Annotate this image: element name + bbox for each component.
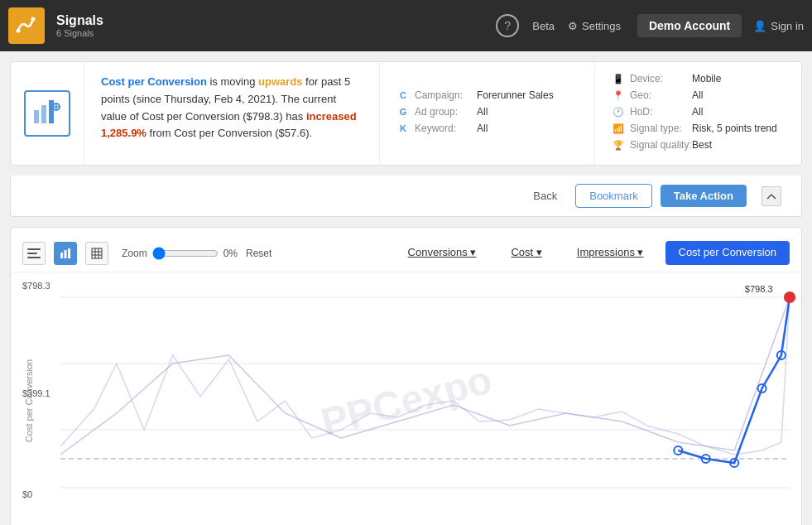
device-label: Device: <box>630 73 692 84</box>
svg-point-26 <box>784 291 795 303</box>
geo-label: Geo: <box>630 89 692 101</box>
svg-text:$798.3: $798.3 <box>745 284 773 294</box>
signin-button[interactable]: 👤 Sign in <box>753 20 804 32</box>
adgroup-row: G Ad group: All <box>396 105 578 118</box>
svg-rect-11 <box>92 248 102 258</box>
signal-direction-prefix: is moving <box>209 75 258 88</box>
device-row: 📱 Device: Mobile <box>612 72 785 85</box>
campaign-value: Forerunner Sales <box>477 89 554 101</box>
geo-row: 📍 Geo: All <box>612 89 785 102</box>
signal-meta-col1: C Campaign: Forerunner Sales G Ad group:… <box>379 62 594 165</box>
adgroup-icon: G <box>396 105 410 118</box>
settings-label: Settings <box>582 20 621 32</box>
keyword-icon: K <box>396 122 410 135</box>
app-title-block: Signals 6 Signals <box>56 13 103 38</box>
beta-badge: Beta <box>532 20 555 32</box>
svg-rect-2 <box>34 110 39 123</box>
geo-icon: 📍 <box>612 89 625 102</box>
signal-chart-icon <box>32 99 62 128</box>
collapse-button[interactable] <box>762 186 781 206</box>
user-icon: 👤 <box>753 20 766 32</box>
signal-icon-box <box>24 90 70 137</box>
action-bar: Back Bookmark Take Action <box>10 176 802 217</box>
y-min-label: $0 <box>22 489 32 499</box>
signal-description: Cost per Conversion is moving upwards fo… <box>84 62 379 165</box>
signal-type-icon: 📶 <box>612 122 625 135</box>
app-logo <box>8 7 45 44</box>
svg-rect-9 <box>65 250 67 258</box>
signal-period-text: for <box>305 75 321 88</box>
signal-from-text: from Cost per Conversion ($57.6). <box>150 127 313 139</box>
svg-point-1 <box>31 17 36 22</box>
geo-value: All <box>692 89 703 101</box>
table-button[interactable] <box>85 242 108 265</box>
hod-row: 🕐 HoD: All <box>612 105 785 118</box>
keyword-row: K Keyword: All <box>396 122 578 135</box>
tab-conversions[interactable]: Conversions ▾ <box>395 241 490 265</box>
device-value: Mobile <box>692 73 721 84</box>
settings-icon: ⚙ <box>568 20 578 32</box>
signin-label: Sign in <box>771 20 804 32</box>
signal-type-row: 📶 Signal type: Risk, 5 points trend <box>612 122 785 135</box>
signal-panel: Cost per Conversion is moving upwards fo… <box>10 61 802 166</box>
signal-quality-value: Best <box>692 139 712 151</box>
zoom-slider[interactable] <box>152 247 219 260</box>
keyword-label: Keyword: <box>415 123 477 134</box>
zoom-control: Zoom 0% <box>122 247 238 260</box>
keyword-value: All <box>477 123 488 134</box>
y-axis-title: Cost per Conversion <box>24 359 34 442</box>
chart-area: Zoom 0% Reset Conversions ▾ Cost ▾ Impre… <box>10 227 802 525</box>
filter-button[interactable] <box>22 242 46 265</box>
bar-chart-icon <box>60 248 71 259</box>
help-button[interactable]: ? <box>496 14 519 37</box>
signal-type-label: Signal type: <box>630 123 692 134</box>
settings-button[interactable]: ⚙ Settings <box>568 20 621 32</box>
svg-rect-4 <box>49 100 54 123</box>
signal-quality-row: 🏆 Signal quality: Best <box>612 138 785 152</box>
bookmark-button[interactable]: Bookmark <box>575 184 652 208</box>
signal-quality-icon: 🏆 <box>612 138 625 152</box>
metric-link[interactable]: Cost per Conversion <box>101 75 207 88</box>
account-label: Demo Account <box>637 14 742 37</box>
chart-toolbar: Zoom 0% Reset Conversions ▾ Cost ▾ Impre… <box>11 238 801 272</box>
back-button[interactable]: Back <box>523 185 567 207</box>
hod-value: All <box>692 106 703 118</box>
signal-icon-block <box>11 62 84 165</box>
campaign-row: C Campaign: Forerunner Sales <box>396 89 578 102</box>
campaign-icon: C <box>396 89 410 102</box>
hod-icon: 🕐 <box>612 105 625 118</box>
table-icon <box>91 248 103 259</box>
svg-point-0 <box>17 29 21 33</box>
tab-cost-per-conversion[interactable]: Cost per Conversion <box>665 241 790 265</box>
tab-cost[interactable]: Cost ▾ <box>497 241 555 265</box>
y-max-label: $798.3 <box>22 281 50 291</box>
svg-rect-3 <box>41 105 46 123</box>
signal-direction: upwards <box>258 75 302 88</box>
app-subtitle: 6 Signals <box>56 28 103 38</box>
hod-label: HoD: <box>630 106 692 118</box>
chart-svg: $798.3 <box>60 281 790 504</box>
signal-quality-label: Signal quality: <box>630 139 692 151</box>
adgroup-label: Ad group: <box>415 106 477 118</box>
bar-chart-button[interactable] <box>54 242 77 265</box>
reset-button[interactable]: Reset <box>246 248 271 259</box>
header: Signals 6 Signals ? Beta ⚙ Settings Demo… <box>0 0 812 51</box>
zoom-value: 0% <box>223 248 238 259</box>
campaign-label: Campaign: <box>415 89 477 101</box>
take-action-button[interactable]: Take Action <box>661 185 747 207</box>
signal-type-value: Risk, 5 points trend <box>692 123 777 134</box>
chart-container: PPCexpo $798.3 $399.1 $0 Cost per Conver… <box>11 272 801 525</box>
device-icon: 📱 <box>612 72 625 85</box>
svg-rect-8 <box>60 253 63 258</box>
signal-meta-col2: 📱 Device: Mobile 📍 Geo: All 🕐 HoD: All 📶… <box>594 62 801 165</box>
tab-impressions[interactable]: Impressions ▾ <box>564 241 657 265</box>
zoom-label: Zoom <box>122 248 147 259</box>
adgroup-value: All <box>477 106 488 118</box>
svg-rect-10 <box>68 248 70 258</box>
filter-icon <box>27 248 41 258</box>
app-title: Signals <box>56 13 103 28</box>
